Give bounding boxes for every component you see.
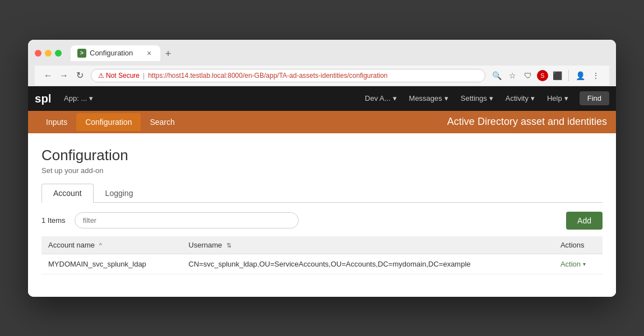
col-account-name[interactable]: Account name ^	[41, 236, 182, 254]
cell-account-name: MYDOMAIN_svc_splunk_ldap	[41, 254, 182, 274]
tab-logging[interactable]: Logging	[94, 184, 145, 202]
splunk-app: splunk App: ... ▾ Dev A... ▾ Messages ▾ …	[28, 86, 616, 297]
active-tab[interactable]: > Configuration ×	[71, 45, 160, 61]
page-content: Configuration Set up your add-on Account…	[28, 133, 616, 297]
nav-item-messages-label: Messages	[409, 94, 442, 102]
tabs-bar: > Configuration × +	[71, 45, 175, 61]
search-button[interactable]: 🔍	[490, 69, 503, 82]
table-row: MYDOMAIN_svc_splunk_ldap CN=svc_splunk_l…	[41, 254, 603, 274]
close-traffic-light[interactable]	[35, 50, 41, 57]
cell-actions: Action ▾	[554, 254, 603, 274]
nav-item-messages[interactable]: Messages ▾	[404, 91, 454, 106]
app-dropdown-chevron: ▾	[89, 94, 93, 102]
page-title: Configuration	[41, 147, 603, 164]
nav-inputs-label: Inputs	[46, 118, 67, 127]
nav-item-settings-label: Settings	[461, 94, 487, 102]
table-body: MYDOMAIN_svc_splunk_ldap CN=svc_splunk_l…	[41, 254, 603, 274]
bookmark-button[interactable]: ☆	[506, 69, 519, 82]
table-header: Account name ^ Username ⇅ Actions	[41, 236, 603, 254]
cell-username: CN=svc_splunk_ldap,OU=ServiceAccounts,OU…	[182, 254, 554, 274]
splunk-logo: splunk	[35, 91, 50, 106]
col-username-sort: ⇅	[226, 242, 231, 249]
browser-controls: > Configuration × +	[35, 45, 609, 61]
app-dropdown[interactable]: App: ... ▾	[59, 92, 98, 105]
url-text: https://host14.testlab.local:8000/en-GB/…	[148, 72, 478, 80]
cast-button[interactable]: ⬛	[550, 69, 564, 82]
splunk-navbar: splunk App: ... ▾ Dev A... ▾ Messages ▾ …	[28, 86, 616, 111]
add-button[interactable]: Add	[566, 212, 603, 230]
nav-item-settings-chevron: ▾	[489, 94, 493, 102]
table-controls: 1 Items Add	[41, 212, 603, 236]
nav-buttons: ← → ↻	[41, 69, 86, 82]
address-bar-icons: 🔍 ☆ 🛡 S ⬛ 👤 ⋮	[490, 69, 603, 82]
not-secure-indicator: ⚠ Not Secure	[98, 72, 140, 80]
nav-configuration[interactable]: Configuration	[76, 113, 141, 131]
nav-search[interactable]: Search	[141, 113, 183, 131]
nav-menu-items: Dev A... ▾ Messages ▾ Settings ▾ Activit…	[359, 91, 609, 106]
nav-item-help-chevron: ▾	[564, 94, 568, 102]
action-label: Action	[560, 260, 581, 268]
url-bar[interactable]: ⚠ Not Secure | https://host14.testlab.lo…	[91, 69, 485, 82]
menu-button[interactable]: ⋮	[589, 69, 603, 82]
nav-item-activity-chevron: ▾	[531, 94, 535, 102]
nav-item-devapp[interactable]: Dev A... ▾	[359, 91, 402, 106]
table-section: 1 Items Add Account name ^ Username	[41, 203, 603, 283]
nav-item-messages-chevron: ▾	[444, 94, 448, 102]
action-link[interactable]: Action ▾	[560, 260, 596, 268]
page-subtitle: Set up your add-on	[41, 166, 603, 175]
new-tab-button[interactable]: +	[161, 48, 175, 61]
nav-item-devapp-label: Dev A...	[365, 94, 391, 102]
nav-item-help[interactable]: Help ▾	[541, 91, 574, 106]
minimize-traffic-light[interactable]	[45, 50, 52, 57]
browser-shield-button[interactable]: S	[537, 70, 548, 81]
col-actions: Actions	[554, 236, 603, 254]
splunk-logo-icon: splunk	[35, 91, 50, 106]
config-tabs: Account Logging	[41, 184, 603, 203]
action-chevron-icon: ▾	[583, 261, 586, 267]
tab-title: Configuration	[90, 49, 141, 57]
col-username[interactable]: Username ⇅	[182, 236, 554, 254]
nav-item-activity-label: Activity	[506, 94, 529, 102]
data-table: Account name ^ Username ⇅ Actions	[41, 236, 603, 274]
tab-favicon: >	[77, 49, 86, 58]
app-nav: Inputs Configuration Search Active Direc…	[28, 111, 616, 133]
nav-inputs[interactable]: Inputs	[37, 113, 76, 131]
address-bar: ← → ↻ ⚠ Not Secure | https://host14.test…	[35, 66, 609, 86]
nav-configuration-label: Configuration	[85, 118, 132, 127]
url-separator: |	[143, 72, 145, 80]
not-secure-label: Not Secure	[106, 72, 140, 80]
nav-item-activity[interactable]: Activity ▾	[500, 91, 540, 106]
app-dropdown-label: App: ...	[64, 94, 87, 102]
filter-input[interactable]	[75, 212, 299, 228]
tab-close-button[interactable]: ×	[145, 49, 154, 58]
browser-window: > Configuration × + ← → ↻ ⚠ Not Secure |	[28, 40, 616, 297]
col-username-label: Username	[188, 241, 222, 249]
browser-chrome: > Configuration × + ← → ↻ ⚠ Not Secure |	[28, 40, 616, 86]
traffic-lights	[35, 50, 62, 57]
refresh-button[interactable]: ↻	[73, 69, 86, 82]
nav-item-devapp-chevron: ▾	[393, 94, 397, 102]
shield-button[interactable]: 🛡	[521, 69, 535, 82]
find-button[interactable]: Find	[580, 91, 609, 105]
separator	[568, 70, 569, 81]
svg-text:splunk: splunk	[35, 91, 50, 104]
page-header: Configuration Set up your add-on	[41, 147, 603, 175]
items-count: 1 Items	[41, 216, 66, 225]
col-account-name-label: Account name	[48, 241, 95, 249]
maximize-traffic-light[interactable]	[55, 50, 62, 57]
forward-button[interactable]: →	[57, 69, 71, 82]
nav-item-help-label: Help	[547, 94, 562, 102]
nav-item-settings[interactable]: Settings ▾	[455, 91, 499, 106]
account-button[interactable]: 👤	[573, 69, 587, 82]
back-button[interactable]: ←	[41, 69, 55, 82]
col-actions-label: Actions	[560, 241, 585, 249]
col-account-name-sort: ^	[99, 242, 102, 249]
warning-icon: ⚠	[98, 72, 104, 80]
tab-account[interactable]: Account	[41, 184, 94, 203]
nav-search-label: Search	[150, 118, 174, 127]
app-title: Active Directory asset and identities	[447, 116, 607, 128]
